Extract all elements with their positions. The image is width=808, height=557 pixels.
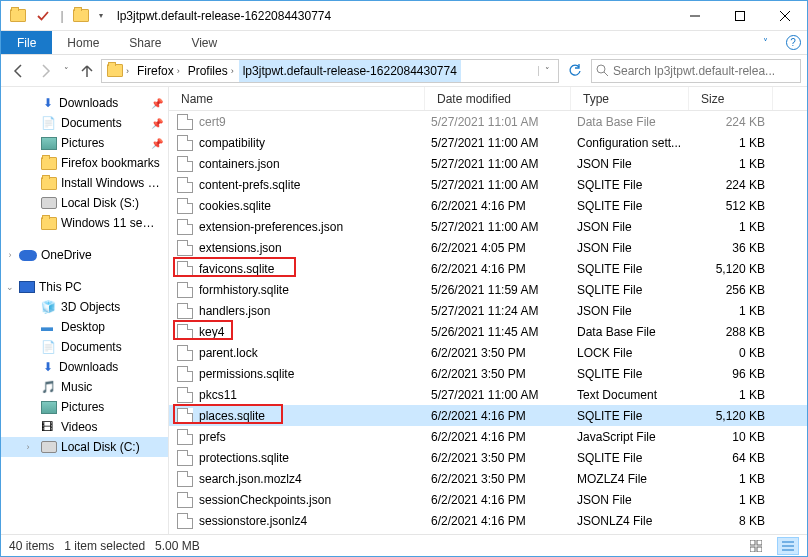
col-type[interactable]: Type [571,87,689,110]
window-title: lp3jtpwt.default-release-1622084430774 [113,9,672,23]
file-type: JSON File [577,304,695,318]
svg-rect-7 [757,540,762,545]
file-row[interactable]: extension-preferences.json5/27/2021 11:0… [169,216,807,237]
file-row[interactable]: favicons.sqlite6/2/2021 4:16 PMSQLITE Fi… [169,258,807,279]
file-row[interactable]: permissions.sqlite6/2/2021 3:50 PMSQLITE… [169,363,807,384]
file-date: 5/27/2021 11:00 AM [431,220,577,234]
onedrive-icon [19,250,37,261]
col-name[interactable]: Name [169,87,425,110]
nav-local-disk-c[interactable]: ›Local Disk (C:) [1,437,168,457]
nav-this-pc[interactable]: ⌄This PC [1,277,168,297]
close-button[interactable] [762,1,807,30]
status-selected: 1 item selected [64,539,145,553]
maximize-button[interactable] [717,1,762,30]
svg-line-5 [604,72,608,76]
file-size: 256 KB [695,283,773,297]
nav-3d-objects[interactable]: 🧊3D Objects [1,297,168,317]
nav-firefox-bookmarks[interactable]: Firefox bookmarks [1,153,168,173]
status-size: 5.00 MB [155,539,200,553]
tab-share[interactable]: Share [114,31,176,54]
nav-documents[interactable]: 📄Documents📌 [1,113,168,133]
file-name: sessionCheckpoints.json [199,493,431,507]
nav-pictures-2[interactable]: Pictures [1,397,168,417]
folder-icon [41,177,57,190]
tab-home[interactable]: Home [52,31,114,54]
breadcrumb-seg-firefox[interactable]: Firefox› [134,60,185,82]
breadcrumb[interactable]: › Firefox› Profiles› lp3jtpwt.default-re… [101,59,559,83]
nav-music[interactable]: 🎵Music [1,377,168,397]
properties-button[interactable] [32,5,54,27]
file-name: pkcs11 [199,388,431,402]
breadcrumb-dropdown[interactable]: ˅ [538,66,556,76]
folder-icon-small [70,5,92,27]
search-input[interactable]: Search lp3jtpwt.default-relea... [591,59,801,83]
nav-pictures[interactable]: Pictures📌 [1,133,168,153]
view-details-button[interactable] [777,537,799,555]
col-size[interactable]: Size [689,87,773,110]
nav-windows-11[interactable]: Windows 11 search [1,213,168,233]
breadcrumb-seg-profiles[interactable]: Profiles› [185,60,239,82]
expand-icon[interactable]: › [23,442,33,452]
file-row[interactable]: compatibility5/27/2021 11:00 AMConfigura… [169,132,807,153]
nav-downloads-2[interactable]: ⬇Downloads [1,357,168,377]
up-button[interactable] [75,59,99,83]
recent-locations-button[interactable]: ˅ [59,59,73,83]
file-row[interactable]: formhistory.sqlite5/26/2021 11:59 AMSQLI… [169,279,807,300]
file-name: cert9 [199,115,431,129]
file-date: 5/26/2021 11:59 AM [431,283,577,297]
file-row[interactable]: places.sqlite6/2/2021 4:16 PMSQLITE File… [169,405,807,426]
file-row[interactable]: extensions.json6/2/2021 4:05 PMJSON File… [169,237,807,258]
svg-rect-1 [735,11,744,20]
breadcrumb-current[interactable]: lp3jtpwt.default-release-1622084430774 [239,60,461,82]
file-type: Data Base File [577,325,695,339]
file-type: SQLITE File [577,283,695,297]
collapse-icon[interactable]: ⌄ [5,282,15,292]
file-icon [177,114,193,130]
qat-dropdown[interactable]: ▾ [95,5,107,27]
file-name: key4 [199,325,431,339]
file-row[interactable]: cert95/27/2021 11:01 AMData Base File224… [169,111,807,132]
file-row[interactable]: parent.lock6/2/2021 3:50 PMLOCK File0 KB [169,342,807,363]
videos-icon: 🎞 [41,420,57,434]
file-row[interactable]: handlers.json5/27/2021 11:24 AMJSON File… [169,300,807,321]
file-size: 1 KB [695,388,773,402]
nav-onedrive[interactable]: ›OneDrive [1,245,168,265]
col-date[interactable]: Date modified [425,87,571,110]
file-icon [177,387,193,403]
nav-local-disk-s[interactable]: Local Disk (S:) [1,193,168,213]
file-row[interactable]: key45/26/2021 11:45 AMData Base File288 … [169,321,807,342]
file-row[interactable]: prefs6/2/2021 4:16 PMJavaScript File10 K… [169,426,807,447]
forward-button[interactable] [33,59,57,83]
back-button[interactable] [7,59,31,83]
file-row[interactable]: sessionCheckpoints.json6/2/2021 4:16 PMJ… [169,489,807,510]
file-date: 5/27/2021 11:00 AM [431,157,577,171]
nav-videos[interactable]: 🎞Videos [1,417,168,437]
view-thumbnails-button[interactable] [745,537,767,555]
file-list-pane: Name Date modified Type Size cert95/27/2… [169,87,807,534]
refresh-button[interactable] [564,60,586,82]
file-row[interactable]: search.json.mozlz46/2/2021 3:50 PMMOZLZ4… [169,468,807,489]
expand-icon[interactable]: › [5,250,15,260]
ribbon-expand-button[interactable]: ˅ [751,31,779,54]
nav-downloads[interactable]: ⬇Downloads📌 [1,93,168,113]
file-row[interactable]: sessionstore.jsonlz46/2/2021 4:16 PMJSON… [169,510,807,531]
navigation-pane[interactable]: ⬇Downloads📌 📄Documents📌 Pictures📌 Firefo… [1,87,169,534]
file-size: 1 KB [695,493,773,507]
help-button[interactable]: ? [779,31,807,54]
file-date: 6/2/2021 3:50 PM [431,451,577,465]
file-row[interactable]: cookies.sqlite6/2/2021 4:16 PMSQLITE Fil… [169,195,807,216]
file-row[interactable]: content-prefs.sqlite5/27/2021 11:00 AMSQ… [169,174,807,195]
tab-view[interactable]: View [176,31,232,54]
file-list[interactable]: cert95/27/2021 11:01 AMData Base File224… [169,111,807,534]
file-row[interactable]: pkcs115/27/2021 11:00 AMText Document1 K… [169,384,807,405]
file-row[interactable]: containers.json5/27/2021 11:00 AMJSON Fi… [169,153,807,174]
file-tab[interactable]: File [1,31,52,54]
nav-desktop[interactable]: ▬Desktop [1,317,168,337]
file-row[interactable]: protections.sqlite6/2/2021 3:50 PMSQLITE… [169,447,807,468]
nav-documents-2[interactable]: 📄Documents [1,337,168,357]
file-icon [177,408,193,424]
nav-install-windows[interactable]: Install Windows 11 [1,173,168,193]
minimize-button[interactable] [672,1,717,30]
file-type: SQLITE File [577,367,695,381]
breadcrumb-root[interactable]: › [104,60,134,82]
